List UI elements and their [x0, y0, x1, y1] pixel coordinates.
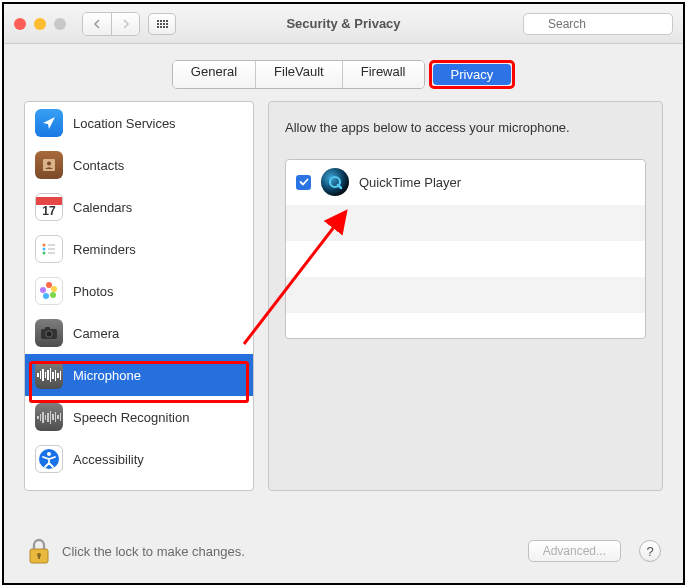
forward-button[interactable] [111, 13, 139, 35]
sidebar-item-label: Calendars [73, 200, 132, 215]
annotation-highlight-privacy-tab: Privacy [429, 60, 516, 89]
speech-recognition-icon [35, 403, 63, 431]
sidebar-item-calendars[interactable]: 17 Calendars [25, 186, 253, 228]
advanced-button[interactable]: Advanced... [528, 540, 621, 562]
search-input[interactable] [523, 13, 673, 35]
sidebar-item-microphone[interactable]: Microphone [25, 354, 253, 396]
grid-icon [157, 20, 168, 28]
microphone-permission-description: Allow the apps below to access your micr… [285, 120, 646, 135]
show-all-prefs-button[interactable] [148, 13, 176, 35]
svg-rect-19 [38, 555, 40, 559]
sidebar-item-contacts[interactable]: Contacts [25, 144, 253, 186]
app-checkbox[interactable] [296, 175, 311, 190]
close-window-button[interactable] [14, 18, 26, 30]
quicktime-icon [321, 168, 349, 196]
app-row-empty [286, 277, 645, 313]
help-button[interactable]: ? [639, 540, 661, 562]
sidebar-item-label: Photos [73, 284, 113, 299]
svg-point-3 [47, 162, 51, 166]
svg-point-5 [43, 248, 46, 251]
sidebar-item-accessibility[interactable]: Accessibility [25, 438, 253, 480]
app-row-empty [286, 313, 645, 339]
lock-text: Click the lock to make changes. [62, 544, 245, 559]
tab-privacy[interactable]: Privacy [433, 64, 512, 85]
back-button[interactable] [83, 13, 111, 35]
app-row-empty [286, 205, 645, 241]
microphone-icon [35, 361, 63, 389]
lock-icon[interactable] [26, 537, 52, 565]
calendar-icon: 17 [35, 193, 63, 221]
tab-firewall[interactable]: Firewall [343, 61, 424, 88]
zoom-window-button[interactable] [54, 18, 66, 30]
app-row-empty [286, 241, 645, 277]
sidebar-item-label: Accessibility [73, 452, 144, 467]
sidebar-item-photos[interactable]: Photos [25, 270, 253, 312]
sidebar-item-label: Camera [73, 326, 119, 341]
svg-rect-12 [45, 327, 50, 330]
app-row-quicktime[interactable]: QuickTime Player [286, 160, 645, 205]
sidebar-item-label: Contacts [73, 158, 124, 173]
app-permission-list[interactable]: QuickTime Player [285, 159, 646, 339]
svg-point-6 [43, 252, 46, 255]
nav-back-forward [82, 12, 140, 36]
photos-icon [35, 277, 63, 305]
tab-filevault[interactable]: FileVault [256, 61, 343, 88]
camera-icon [35, 319, 63, 347]
tab-general[interactable]: General [173, 61, 256, 88]
sidebar-item-speech-recognition[interactable]: Speech Recognition [25, 396, 253, 438]
contacts-icon [35, 151, 63, 179]
sidebar-item-label: Speech Recognition [73, 410, 189, 425]
titlebar: Security & Privacy [4, 4, 683, 44]
sidebar-item-reminders[interactable]: Reminders [25, 228, 253, 270]
tab-bar: General FileVault Firewall Privacy [4, 44, 683, 101]
sidebar-item-label: Location Services [73, 116, 176, 131]
sidebar-item-label: Microphone [73, 368, 141, 383]
sidebar-item-location-services[interactable]: Location Services [25, 102, 253, 144]
privacy-category-sidebar[interactable]: Location Services Contacts 17 Calendars [24, 101, 254, 491]
app-name-label: QuickTime Player [359, 175, 461, 190]
sidebar-item-camera[interactable]: Camera [25, 312, 253, 354]
svg-point-4 [43, 244, 46, 247]
accessibility-icon [35, 445, 63, 473]
reminders-icon [35, 235, 63, 263]
svg-point-14 [47, 452, 51, 456]
window-traffic-lights [14, 18, 66, 30]
location-icon [35, 109, 63, 137]
sidebar-item-label: Reminders [73, 242, 136, 257]
minimize-window-button[interactable] [34, 18, 46, 30]
svg-point-11 [46, 331, 52, 337]
